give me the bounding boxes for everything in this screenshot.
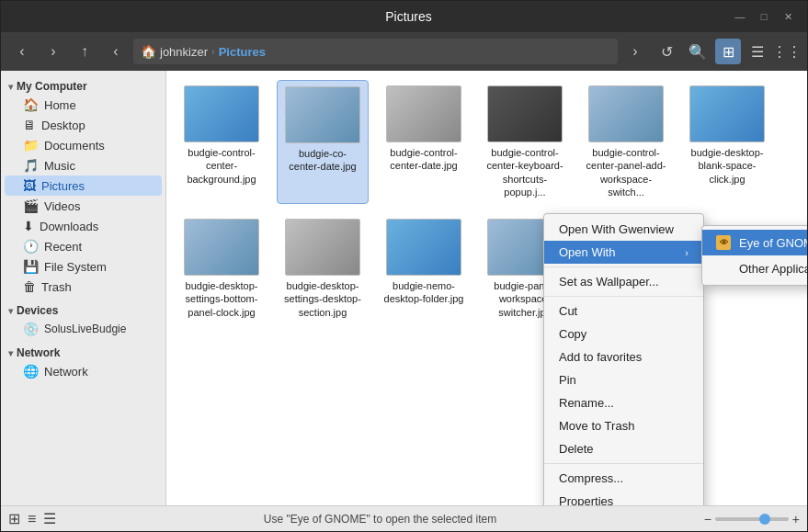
close-button[interactable]: ✕ [780, 8, 796, 25]
main-files-area[interactable]: budgie-control-center-background.jpg bud… [166, 71, 807, 505]
files-grid: budgie-control-center-background.jpg bud… [176, 80, 798, 324]
music-icon: 🎵 [23, 158, 39, 173]
file-item[interactable]: budgie-nemo-desktop-folder.jpg [378, 213, 470, 324]
downloads-icon: ⬇ [23, 219, 34, 233]
sidebar-item-home[interactable]: 🏠 Home [5, 95, 162, 115]
eye-of-gnome-icon: 👁 [715, 234, 732, 251]
sidebar-item-documents[interactable]: 📁 Documents [5, 135, 162, 155]
cm-rename[interactable]: Rename... [544, 391, 703, 414]
zoom-out-icon[interactable]: − [704, 512, 711, 526]
file-name: budgie-control-center-background.jpg [181, 146, 262, 186]
other-app-icon [715, 260, 732, 277]
file-item[interactable]: budgie-control-center-panel-add-workspac… [580, 80, 672, 204]
sidebar-section-network[interactable]: ▾ Network [1, 343, 165, 361]
file-name: budgie-desktop-settings-bottom-panel-clo… [181, 279, 262, 319]
forward-button[interactable]: › [40, 38, 67, 65]
toolbar: ‹ › ↑ ‹ 🏠 johnkizer › Pictures › ↺ 🔍 ⊞ ☰… [1, 32, 807, 71]
more-view-button[interactable]: ⋮⋮ [774, 39, 800, 64]
cm-separator [544, 266, 703, 267]
list-view-button[interactable]: ☰ [745, 39, 770, 64]
sidebar-item-solusbudgie[interactable]: 💿 SolusLiveBudgie [5, 319, 162, 339]
desktop-icon: 🖥 [23, 118, 36, 132]
sidebar-item-videos[interactable]: 🎬 Videos [5, 196, 162, 216]
cm-move-to-trash[interactable]: Move to Trash [544, 414, 703, 437]
file-item[interactable]: budgie-control-center-keyboard-shortcuts… [479, 80, 571, 204]
network-icon: 🌐 [23, 364, 39, 379]
back-button[interactable]: ‹ [8, 38, 36, 65]
sort-icon[interactable]: ≡ [28, 511, 36, 527]
file-thumbnail [689, 85, 765, 142]
file-item[interactable]: budgie-control-center-background.jpg [176, 80, 267, 204]
up-button[interactable]: ↑ [71, 38, 98, 65]
pictures-icon: 🖼 [23, 178, 36, 193]
file-thumbnail [285, 219, 360, 276]
file-thumbnail [285, 86, 360, 143]
next-location-button[interactable]: › [621, 38, 649, 65]
sidebar-item-pictures[interactable]: 🖼 Pictures [5, 175, 162, 196]
sidebar: ▾ My Computer 🏠 Home 🖥 Desktop 📁 Documen… [1, 71, 166, 505]
cm-copy[interactable]: Copy [544, 323, 703, 345]
trash-icon: 🗑 [23, 279, 36, 294]
sidebar-item-music[interactable]: 🎵 Music [5, 155, 162, 175]
submenu-item-other-app[interactable]: Other Application... [702, 255, 807, 281]
window-controls: — □ ✕ [732, 8, 796, 25]
statusbar: ⊞ ≡ ☰ Use "Eye of GNOME" to open the sel… [1, 505, 807, 531]
cm-open-with[interactable]: Open With › [544, 241, 703, 264]
prev-location-button[interactable]: ‹ [102, 38, 130, 65]
window-title: Pictures [85, 9, 732, 24]
cm-properties[interactable]: Properties [544, 490, 703, 505]
content-area: ▾ My Computer 🏠 Home 🖥 Desktop 📁 Documen… [1, 71, 807, 505]
maximize-button[interactable]: □ [756, 8, 772, 25]
reload-button[interactable]: ↺ [653, 38, 680, 65]
file-item[interactable]: budgie-control-center-date.jpg [378, 80, 470, 204]
videos-icon: 🎬 [23, 198, 39, 213]
breadcrumb-home[interactable]: johnkizer [160, 45, 208, 59]
file-name: budgie-control-center-keyboard-shortcuts… [484, 146, 565, 198]
file-item[interactable]: budgie-desktop-blank-space-click.jpg [681, 80, 773, 204]
chevron-down-icon: ▾ [8, 82, 13, 92]
sidebar-section-my-computer[interactable]: ▾ My Computer [1, 76, 165, 95]
file-name: budgie-desktop-blank-space-click.jpg [687, 146, 768, 186]
zoom-thumb [759, 514, 770, 525]
file-name: budgie-nemo-desktop-folder.jpg [383, 279, 464, 306]
cm-compress[interactable]: Compress... [544, 467, 703, 490]
cm-cut[interactable]: Cut [544, 300, 703, 323]
sidebar-item-trash[interactable]: 🗑 Trash [5, 277, 162, 297]
sidebar-item-downloads[interactable]: ⬇ Downloads [5, 216, 162, 236]
sidebar-item-filesystem[interactable]: 💾 File System [5, 256, 162, 277]
file-thumbnail [588, 85, 664, 142]
file-name: budgie-control-center-date.jpg [383, 146, 464, 173]
breadcrumb-current[interactable]: Pictures [219, 45, 266, 59]
zoom-in-icon[interactable]: + [792, 512, 800, 526]
submenu-item-eye-of-gnome[interactable]: 👁 Eye of GNOME [702, 230, 807, 255]
file-thumbnail [487, 85, 563, 142]
titlebar: Pictures — □ ✕ [1, 1, 807, 32]
cm-delete[interactable]: Delete [544, 437, 703, 460]
file-thumbnail [386, 85, 461, 142]
sidebar-item-recent[interactable]: 🕐 Recent [5, 236, 162, 256]
search-button[interactable]: 🔍 [684, 38, 711, 65]
sidebar-item-network[interactable]: 🌐 Network [5, 361, 162, 381]
sidebar-item-desktop[interactable]: 🖥 Desktop [5, 115, 162, 135]
panel-icon[interactable]: ☰ [43, 510, 56, 527]
minimize-button[interactable]: — [732, 8, 748, 25]
file-item[interactable]: budgie-desktop-settings-bottom-panel-clo… [176, 213, 267, 324]
cm-set-wallpaper[interactable]: Set as Wallpaper... [544, 270, 703, 293]
grid-view-button[interactable]: ⊞ [715, 39, 741, 64]
chevron-down-icon: ▾ [8, 348, 13, 358]
view-toggle-icon[interactable]: ⊞ [8, 510, 20, 527]
zoom-slider[interactable] [715, 517, 789, 521]
cm-separator [544, 296, 703, 297]
home-icon: 🏠 [23, 97, 39, 112]
recent-icon: 🕐 [23, 239, 39, 254]
file-name: budgie-co-center-date.jpg [283, 147, 362, 174]
file-name: budgie-desktop-settings-desktop-section.… [282, 279, 363, 319]
cm-open-gwenview[interactable]: Open With Gwenview [544, 218, 703, 241]
file-item[interactable]: budgie-co-center-date.jpg [277, 80, 369, 204]
cm-pin[interactable]: Pin [544, 368, 703, 391]
window: Pictures — □ ✕ ‹ › ↑ ‹ 🏠 johnkizer › Pic… [0, 0, 808, 532]
statusbar-right: − + [704, 512, 800, 526]
sidebar-section-devices[interactable]: ▾ Devices [1, 300, 165, 319]
cm-add-favorites[interactable]: Add to favorites [544, 345, 703, 368]
file-item[interactable]: budgie-desktop-settings-desktop-section.… [277, 213, 369, 324]
